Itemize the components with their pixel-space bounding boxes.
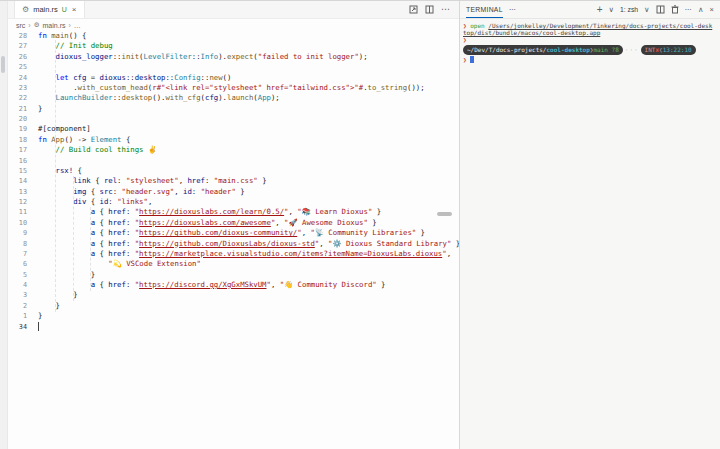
- open-changes-icon[interactable]: [409, 5, 418, 14]
- breadcrumb-src[interactable]: src: [16, 22, 25, 29]
- line-number[interactable]: 15: [8, 166, 27, 176]
- code-line[interactable]: 7 a { href: "https://marketplace.visuals…: [8, 249, 459, 259]
- line-number[interactable]: 11: [8, 207, 27, 217]
- terminal-file-link[interactable]: /Users/jonkelley/Development/Tinkering/d…: [488, 22, 712, 29]
- line-number[interactable]: 19: [8, 124, 27, 134]
- code-line[interactable]: 2 }: [8, 301, 459, 311]
- line-number[interactable]: 10: [8, 218, 27, 228]
- terminal-line[interactable]: ❯: [463, 56, 720, 63]
- tab-terminal[interactable]: TERMINAL: [466, 1, 503, 18]
- terminal-line[interactable]: ❯ open /Users/jonkelley/Development/Tink…: [463, 22, 720, 29]
- code-text[interactable]: // Init debug: [38, 41, 113, 51]
- terminal-line[interactable]: ❯: [463, 36, 720, 43]
- code-text[interactable]: }: [38, 270, 95, 280]
- code-line[interactable]: 8 a { href: "https://github.com/DioxusLa…: [8, 239, 459, 249]
- line-number[interactable]: 6: [8, 259, 27, 269]
- line-number[interactable]: 28: [8, 31, 27, 41]
- code-line[interactable]: 17 // Build cool things ✌️: [8, 145, 459, 155]
- code-line[interactable]: 6 "💫 VSCode Extension": [8, 259, 459, 269]
- code-line[interactable]: 27 // Init debug: [8, 41, 459, 51]
- line-number[interactable]: 8: [8, 239, 27, 249]
- code-text[interactable]: }: [38, 301, 60, 311]
- code-line[interactable]: 1}: [8, 311, 459, 321]
- line-number[interactable]: 26: [8, 52, 27, 62]
- code-line[interactable]: 16: [8, 156, 459, 166]
- code-line[interactable]: 24 let cfg = dioxus::desktop::Config::ne…: [8, 73, 459, 83]
- line-number[interactable]: 9: [8, 228, 27, 238]
- code-text[interactable]: rsx! {: [38, 166, 82, 176]
- code-text[interactable]: dioxus_logger::init(LevelFilter::Info).e…: [38, 52, 368, 62]
- terminal-line[interactable]: ~/Dev/T/docs-projects/cool-desktop ❯ mai…: [463, 44, 720, 55]
- code-line[interactable]: 18fn App() -> Element {: [8, 135, 459, 145]
- code-line[interactable]: 23 .with_custom_head(r#"<link rel="style…: [8, 83, 459, 93]
- code-link[interactable]: https://dioxuslabs.com/awesome: [139, 218, 271, 227]
- scrollbar-thumb[interactable]: [1, 56, 5, 73]
- terminal-line[interactable]: top/dist/bundle/macos/cool-desktop.app: [463, 29, 720, 36]
- code-line[interactable]: 26 dioxus_logger::init(LevelFilter::Info…: [8, 52, 459, 62]
- line-number[interactable]: 16: [8, 156, 27, 166]
- code-link[interactable]: https://github.com/dioxus-community/: [139, 228, 297, 237]
- code-line[interactable]: 11 a { href: "https://dioxuslabs.com/lea…: [8, 207, 459, 217]
- code-link[interactable]: https://dioxuslabs.com/learn/0.5/: [139, 207, 284, 216]
- code-text[interactable]: fn App() -> Element {: [38, 135, 130, 145]
- maximize-panel-icon[interactable]: ∧: [698, 6, 704, 14]
- code-line[interactable]: 14 link { rel: "stylesheet", href: "main…: [8, 176, 459, 186]
- terminal-content[interactable]: ❯ open /Users/jonkelley/Development/Tink…: [460, 19, 720, 63]
- line-number[interactable]: 25: [8, 62, 27, 72]
- line-number[interactable]: 24: [8, 73, 27, 83]
- line-number[interactable]: 2: [8, 301, 27, 311]
- kill-terminal-icon[interactable]: [671, 5, 679, 14]
- code-text[interactable]: LaunchBuilder::desktop().with_cfg(cfg).l…: [38, 93, 280, 103]
- breadcrumb-main-rs[interactable]: main.rs: [43, 22, 66, 29]
- line-number[interactable]: 4: [8, 280, 27, 290]
- line-number[interactable]: 13: [8, 187, 27, 197]
- line-number[interactable]: 20: [8, 114, 27, 124]
- split-terminal-icon[interactable]: [656, 5, 665, 14]
- line-number[interactable]: 18: [8, 135, 27, 145]
- more-actions-icon[interactable]: ⋯: [441, 5, 450, 14]
- code-text[interactable]: a { href: "https://github.com/DioxusLabs…: [38, 239, 460, 249]
- code-text[interactable]: a { href: "https://marketplace.visualstu…: [38, 249, 451, 259]
- code-line[interactable]: 19#[component]: [8, 124, 459, 134]
- code-line[interactable]: 20: [8, 114, 459, 124]
- line-number[interactable]: 21: [8, 104, 27, 114]
- line-number[interactable]: 12: [8, 197, 27, 207]
- code-line[interactable]: 21}: [8, 104, 459, 114]
- line-number[interactable]: 17: [8, 145, 27, 155]
- split-editor-icon[interactable]: [425, 5, 434, 14]
- new-terminal-icon[interactable]: +: [597, 5, 603, 15]
- code-text[interactable]: }: [38, 104, 42, 114]
- close-tab-icon[interactable]: ×: [72, 5, 77, 14]
- code-line[interactable]: 5 }: [8, 270, 459, 280]
- code-text[interactable]: }: [38, 290, 78, 300]
- code-text[interactable]: "💫 VSCode Extension": [38, 259, 201, 269]
- code-text[interactable]: #[component]: [38, 124, 91, 134]
- line-number[interactable]: 23: [8, 83, 27, 93]
- line-number[interactable]: 1: [8, 311, 27, 321]
- code-area[interactable]: 28fn main() {27 // Init debug26 dioxus_l…: [8, 31, 459, 332]
- terminal-more-actions-icon[interactable]: ⋯: [685, 6, 693, 14]
- code-line[interactable]: 10 a { href: "https://dioxuslabs.com/awe…: [8, 218, 459, 228]
- line-number[interactable]: 7: [8, 249, 27, 259]
- code-link[interactable]: https://discord.gg/XgGxMSkvUM: [139, 280, 266, 289]
- terminal-file-link[interactable]: top/dist/bundle/macos/cool-desktop.app: [463, 29, 600, 36]
- panel-tabs-overflow-icon[interactable]: ⋯: [509, 6, 517, 14]
- code-line[interactable]: 12 div { id: "links",: [8, 197, 459, 207]
- code-line[interactable]: 15 rsx! {: [8, 166, 459, 176]
- code-line[interactable]: 3 }: [8, 290, 459, 300]
- code-text[interactable]: img { src: "header.svg", id: "header" }: [38, 187, 245, 197]
- tab-main-rs[interactable]: ⚙ main.rs U ×: [14, 1, 85, 18]
- code-text[interactable]: a { href: "https://github.com/dioxus-com…: [38, 228, 425, 238]
- code-line[interactable]: 13 img { src: "header.svg", id: "header"…: [8, 187, 459, 197]
- line-number[interactable]: 14: [8, 176, 27, 186]
- line-number[interactable]: 27: [8, 41, 27, 51]
- code-line[interactable]: 9 a { href: "https://github.com/dioxus-c…: [8, 228, 459, 238]
- line-number[interactable]: 5: [8, 270, 27, 280]
- code-text[interactable]: let cfg = dioxus::desktop::Config::new(): [38, 73, 231, 83]
- code-line[interactable]: 25: [8, 62, 459, 72]
- breadcrumb-symbol[interactable]: …: [74, 22, 81, 29]
- code-text[interactable]: }: [38, 311, 42, 321]
- code-text[interactable]: a { href: "https://dioxuslabs.com/awesom…: [38, 218, 377, 228]
- code-text[interactable]: [38, 322, 39, 332]
- code-text[interactable]: .with_custom_head(r#"<link rel="styleshe…: [38, 83, 425, 93]
